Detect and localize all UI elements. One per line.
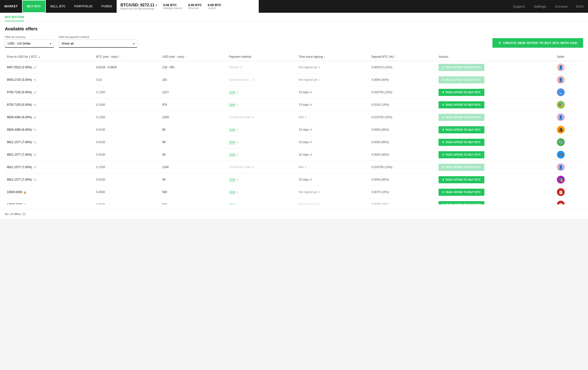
nav-account[interactable]: Account xyxy=(551,0,572,13)
take-offer-button[interactable]: ⬇ TAKE OFFER TO BUY BTC xyxy=(439,139,484,146)
signing-verified: 74 days ✔ xyxy=(299,103,368,106)
currency-select[interactable]: USD - US Dollar xyxy=(5,39,54,48)
seller-avatar[interactable]: 🎮 xyxy=(557,151,565,159)
seller-avatar[interactable]: 🎅 xyxy=(557,201,565,204)
payment-link[interactable]: Zelle xyxy=(229,153,235,157)
payment-info-icon[interactable]: ℹ xyxy=(241,66,242,69)
payment-info-icon[interactable]: ℹ xyxy=(237,91,238,94)
sort-arrow-icon[interactable]: ▲ xyxy=(38,56,40,58)
payment-cell: Zelle ℹ xyxy=(227,86,297,99)
signing-not-yet: Not signed yet ℹ xyxy=(299,78,368,81)
deposit-help-icon[interactable]: ? xyxy=(394,56,396,58)
usd-range-cell: 500 xyxy=(160,198,227,205)
payment-disabled: US Money Order xyxy=(229,165,251,169)
seller-cell: 🎅 xyxy=(555,198,583,205)
deposit-cell: 0.018750 (15%) xyxy=(369,111,437,124)
nav-buy-btc[interactable]: BUY BTC xyxy=(22,0,46,13)
usd-range-cell: 98 xyxy=(160,124,227,136)
currency-filter-label: Filter by currency xyxy=(5,35,54,38)
available-balance: 0.00 BTC Available balance xyxy=(163,3,182,10)
offers-count: No. of offers: 21 xyxy=(5,212,26,216)
signing-info-icon[interactable]: ℹ xyxy=(305,116,306,119)
action-cell: ⬇ TAKE OFFER TO BUY BTC xyxy=(437,136,555,149)
payment-link[interactable]: Zelle xyxy=(229,203,235,204)
payment-link[interactable]: Zelle xyxy=(229,128,235,132)
btc-range-value: 0.0100 xyxy=(96,153,105,156)
payment-info-icon[interactable]: ℹ xyxy=(253,116,254,119)
table-row: 9921.1577 (7.00%) 📉0.010099Zelle ℹ32 day… xyxy=(5,173,583,186)
nav-funds[interactable]: FUNDS xyxy=(97,0,117,13)
take-offer-button[interactable]: ⬇ TAKE OFFER TO BUY BTC xyxy=(439,89,484,96)
deposit-value: 0.018750 (15%) xyxy=(371,91,392,94)
nav-portfolio[interactable]: PORTFOLIO xyxy=(70,0,97,13)
btc-range-cell: 0.0500 xyxy=(94,198,160,205)
create-offer-icon: ⬇ xyxy=(498,41,501,45)
nav-settings[interactable]: Settings xyxy=(529,0,551,13)
take-offer-button[interactable]: ⬇ TAKE OFFER TO BUY BTC xyxy=(439,151,484,158)
take-offer-button[interactable]: ⬇ TAKE OFFER TO BUY BTC xyxy=(439,201,484,205)
signing-info-icon[interactable]: ℹ xyxy=(319,66,320,69)
seller-avatar[interactable]: 🎅 xyxy=(557,188,565,196)
table-row: 9735.7155 (5.00%) 📈0.12501217Zelle ℹ33 d… xyxy=(5,86,583,99)
usd-range-value: 974 xyxy=(162,103,167,106)
payment-disabled: US Money Order xyxy=(229,116,251,119)
trend-down-icon: 📉 xyxy=(33,153,36,156)
signing-info-icon[interactable]: ℹ xyxy=(319,191,320,194)
seller-avatar[interactable]: 🎩 xyxy=(557,126,565,134)
payment-info-icon[interactable]: ℹ xyxy=(237,178,238,181)
create-offer-button[interactable]: ⬇ CREATE NEW OFFER TO BUY BTC WITH USD xyxy=(492,38,583,48)
table-row: 9921.1577 (7.00%) 📉0.010099Zelle ℹ32 day… xyxy=(5,149,583,161)
payment-link[interactable]: Zelle xyxy=(229,190,235,194)
take-offer-button[interactable]: ⬇ TAKE OFFER TO BUY BTC xyxy=(439,176,484,183)
payment-cell: Revolut ℹ xyxy=(227,61,297,74)
payment-link[interactable]: Zelle xyxy=(229,103,235,107)
seller-avatar[interactable]: 🧢 xyxy=(557,88,565,96)
payment-link[interactable]: Zelle xyxy=(229,178,235,182)
th-price: Price in USD for 1 BTC ▲ xyxy=(5,53,94,61)
seller-avatar[interactable]: 👤 xyxy=(557,113,565,121)
btc-range-value: 0.0125 - 0.0625 xyxy=(96,66,117,69)
verified-icon: ✔ xyxy=(310,178,312,181)
signing-verified: 32 days ✔ xyxy=(299,178,368,181)
nav-sell-btc[interactable]: SELL BTC xyxy=(46,0,70,13)
signing-info-icon[interactable]: ℹ xyxy=(319,78,320,81)
payment-info-icon[interactable]: ℹ xyxy=(253,78,254,81)
seller-avatar[interactable]: 🎭 xyxy=(557,101,565,109)
deposit-cell: 0.0075 (15%) xyxy=(369,198,437,205)
seller-avatar[interactable]: 👤 xyxy=(557,163,565,171)
price-dropdown-icon[interactable]: ▾ xyxy=(156,3,157,7)
price-cell: 9828.4366 (6.00%) 📉 xyxy=(5,124,94,136)
payment-info-icon[interactable]: ℹ xyxy=(253,166,254,169)
seller-avatar[interactable]: 🧤 xyxy=(557,138,565,146)
payment-info-icon[interactable]: ℹ xyxy=(237,153,238,156)
seller-avatar[interactable]: 👤 xyxy=(557,63,565,71)
seller-cell: 👤 xyxy=(555,161,583,173)
payment-info-icon[interactable]: ℹ xyxy=(237,141,238,144)
usd-help-icon[interactable]: ? xyxy=(185,56,186,58)
btc-help-icon[interactable]: ? xyxy=(119,56,120,58)
take-offer-button[interactable]: ⬇ TAKE OFFER TO BUY BTC xyxy=(439,126,484,133)
verified-icon: ✔ xyxy=(310,128,312,131)
payment-link[interactable]: Zelle xyxy=(229,140,235,144)
signing-help-icon[interactable]: ● xyxy=(324,56,325,58)
payment-info-icon[interactable]: ℹ xyxy=(237,191,238,194)
locked-balance-value: 0.00 BTC xyxy=(208,3,221,7)
nav-market[interactable]: MARKET xyxy=(0,0,22,13)
payment-info-icon[interactable]: ℹ xyxy=(237,103,238,106)
take-offer-button[interactable]: ⬇ TAKE OFFER TO BUY BTC xyxy=(439,189,484,196)
payment-link[interactable]: Zelle xyxy=(229,91,235,94)
price-cell: 9550.2733 (3.00%) 📉 xyxy=(5,74,94,86)
nav-dao[interactable]: DAO xyxy=(572,0,588,13)
trend-down-icon: 📉 xyxy=(33,79,36,81)
filters-row: Filter by currency USD - US Dollar Filte… xyxy=(5,35,583,48)
signing-info-icon[interactable]: ℹ xyxy=(305,166,306,169)
take-offer-button[interactable]: ⬇ TAKE OFFER TO BUY BTC xyxy=(439,101,484,108)
nav-support[interactable]: Support xyxy=(509,0,529,13)
seller-avatar[interactable]: 👤 xyxy=(557,76,565,84)
seller-avatar[interactable]: 🎭 xyxy=(557,176,565,184)
deposit-cell: 0.0150 (15%) xyxy=(369,99,437,111)
payment-select[interactable]: Show all xyxy=(59,39,137,48)
payment-info-icon[interactable]: ℹ xyxy=(237,203,238,204)
signing-info-icon[interactable]: ℹ xyxy=(319,203,320,205)
payment-info-icon[interactable]: ℹ xyxy=(237,128,238,131)
